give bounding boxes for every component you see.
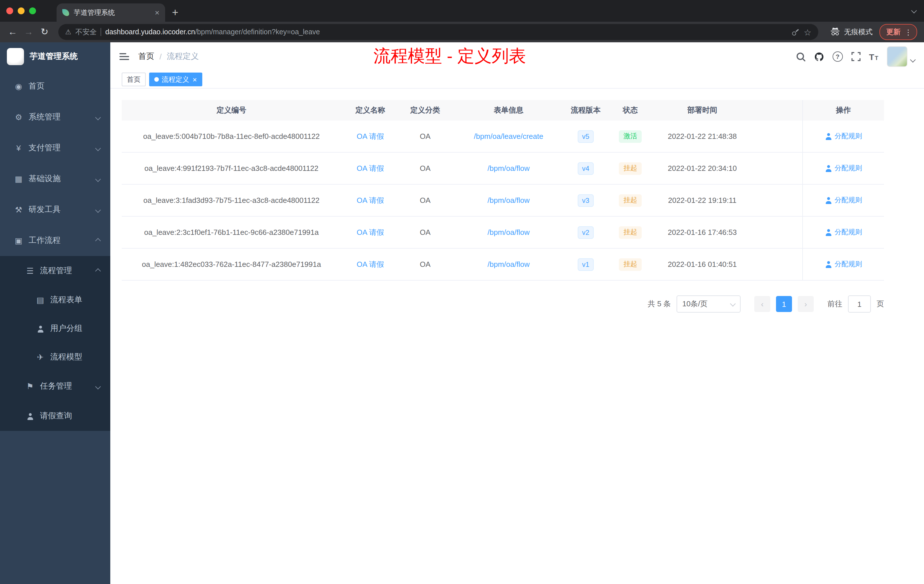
- table-row: oa_leave:5:004b710b-7b8a-11ec-8ef0-acde4…: [122, 120, 884, 153]
- assign-rule-label: 分配规则: [835, 228, 862, 237]
- close-window-button[interactable]: [6, 7, 13, 14]
- tab-title: 芋道管理系统: [74, 8, 150, 17]
- forward-button[interactable]: →: [22, 27, 35, 36]
- font-size-icon[interactable]: TT: [869, 52, 878, 61]
- back-button[interactable]: ←: [6, 27, 20, 36]
- user-avatar[interactable]: [887, 46, 915, 67]
- minimize-window-button[interactable]: [18, 7, 25, 14]
- incognito-badge: 无痕模式: [830, 27, 873, 37]
- chevron-down-icon: [730, 300, 736, 306]
- cell-spacer: [749, 153, 802, 184]
- sidebar-toggle-icon[interactable]: [119, 53, 129, 60]
- sidebar-item-label: 研发工具: [28, 205, 61, 215]
- help-icon[interactable]: ?: [832, 51, 843, 62]
- cell-deploy-time: 2022-01-16 01:40:51: [655, 249, 749, 280]
- person-icon: [825, 165, 832, 172]
- cell-deploy-time: 2022-01-22 19:19:11: [655, 185, 749, 216]
- top-navbar: 首页 / 流程定义 流程模型 - 定义列表 ? TT: [110, 42, 924, 71]
- site-favicon-icon: [62, 9, 69, 16]
- version-badge: v5: [578, 130, 594, 143]
- assign-rule-link[interactable]: 分配规则: [825, 228, 862, 237]
- table-row: oa_leave:4:991f2193-7b7f-11ec-a3c8-acde4…: [122, 153, 884, 185]
- sidebar-item-process-form[interactable]: ▤ 流程表单: [0, 286, 110, 314]
- table-row: oa_leave:3:1fad3d93-7b75-11ec-a3c8-acde4…: [122, 185, 884, 216]
- assign-rule-link[interactable]: 分配规则: [825, 132, 862, 141]
- page-size-select[interactable]: 10条/页: [676, 295, 741, 313]
- sidebar-item-label: 流程表单: [50, 295, 82, 305]
- cell-form-link[interactable]: /bpm/oa/flow: [451, 185, 566, 216]
- goto-page-input[interactable]: [848, 295, 871, 313]
- breadcrumb-separator: /: [159, 52, 162, 61]
- breadcrumb-home[interactable]: 首页: [138, 51, 154, 62]
- sidebar-item-label: 请假查询: [40, 411, 72, 421]
- cell-definition-id: oa_leave:5:004b710b-7b8a-11ec-8ef0-acde4…: [122, 120, 341, 152]
- sidebar-item-dev-tools[interactable]: ⚒ 研发工具: [0, 194, 110, 225]
- app-logo[interactable]: 芋道管理系统: [0, 42, 110, 71]
- tag-close-icon[interactable]: ×: [193, 76, 197, 83]
- cell-form-link[interactable]: /bpm/oa/flow: [451, 216, 566, 248]
- cell-deploy-time: 2022-01-22 21:48:38: [655, 120, 749, 152]
- browser-tab[interactable]: 芋道管理系统 ×: [56, 3, 165, 22]
- address-bar[interactable]: ⚠ 不安全 dashboard.yudao.iocoder.cn/bpm/man…: [58, 24, 818, 40]
- security-label[interactable]: 不安全: [76, 27, 97, 37]
- tab-close-icon[interactable]: ×: [155, 8, 159, 16]
- zoom-window-button[interactable]: [29, 7, 36, 14]
- tag-home[interactable]: 首页: [122, 73, 146, 86]
- cell-definition-name[interactable]: OA 请假: [341, 153, 399, 184]
- chevron-up-icon: [95, 268, 101, 274]
- cell-definition-name[interactable]: OA 请假: [341, 185, 399, 216]
- sidebar-item-workflow[interactable]: ▣ 工作流程: [0, 225, 110, 256]
- search-icon[interactable]: [796, 52, 805, 61]
- sidebar-item-process-model[interactable]: ✈ 流程模型: [0, 343, 110, 371]
- sidebar-item-home[interactable]: ◉ 首页: [0, 71, 110, 102]
- next-page-button[interactable]: ›: [798, 296, 814, 312]
- cell-definition-name[interactable]: OA 请假: [341, 249, 399, 280]
- bookmark-star-icon[interactable]: ☆: [804, 28, 812, 36]
- chevron-down-icon: [95, 207, 101, 213]
- column-header-definition-id: 定义编号: [122, 100, 341, 120]
- assign-rule-link[interactable]: 分配规则: [825, 195, 862, 205]
- fullscreen-icon[interactable]: [851, 52, 860, 61]
- incognito-icon: [830, 27, 841, 36]
- prev-page-button[interactable]: ‹: [754, 296, 770, 312]
- update-button[interactable]: 更新 ⋮: [879, 24, 917, 40]
- version-badge: v3: [578, 194, 594, 206]
- tag-label: 首页: [127, 74, 140, 84]
- sidebar: 芋道管理系统 ◉ 首页 ⚙ 系统管理 ¥ 支付管理 ▦: [0, 42, 110, 584]
- github-icon[interactable]: [814, 52, 824, 61]
- cell-definition-name[interactable]: OA 请假: [341, 120, 399, 152]
- sidebar-item-leave-query[interactable]: 请假查询: [0, 401, 110, 431]
- page-1-button[interactable]: 1: [776, 296, 792, 312]
- chevron-up-icon: [95, 238, 101, 243]
- cell-form-link[interactable]: /bpm/oa/leave/create: [451, 120, 566, 152]
- status-badge: 激活: [619, 130, 642, 143]
- page-content: 定义编号 定义名称 定义分类 表单信息 流程版本 状态 部署时间 操作 oa_l…: [110, 89, 924, 584]
- cell-definition-name[interactable]: OA 请假: [341, 216, 399, 248]
- chevron-down-icon[interactable]: [912, 5, 916, 15]
- version-badge: v4: [578, 162, 594, 175]
- sidebar-item-process-management[interactable]: ☰ 流程管理: [0, 256, 110, 286]
- column-header-status: 状态: [605, 100, 655, 120]
- cell-category: OA: [399, 249, 451, 280]
- person-icon: [25, 412, 35, 420]
- new-tab-button[interactable]: +: [172, 7, 178, 18]
- sidebar-item-user-group[interactable]: 用户分组: [0, 314, 110, 343]
- cell-spacer: [749, 185, 802, 216]
- reload-button[interactable]: ↻: [38, 27, 51, 36]
- browser-menu-icon[interactable]: ⋮: [904, 28, 912, 36]
- sidebar-item-payment-management[interactable]: ¥ 支付管理: [0, 133, 110, 163]
- yen-icon: ¥: [14, 144, 23, 152]
- assign-rule-link[interactable]: 分配规则: [825, 259, 862, 269]
- active-dot-icon: [154, 77, 159, 82]
- logo-title: 芋道管理系统: [30, 51, 78, 62]
- sidebar-item-system-management[interactable]: ⚙ 系统管理: [0, 102, 110, 133]
- status-badge: 挂起: [619, 226, 642, 239]
- sidebar-item-task-management[interactable]: ⚑ 任务管理: [0, 371, 110, 401]
- tag-process-definition[interactable]: 流程定义 ×: [149, 73, 202, 86]
- chevron-down-icon: [95, 383, 101, 389]
- cell-form-link[interactable]: /bpm/oa/flow: [451, 249, 566, 280]
- sidebar-item-infrastructure[interactable]: ▦ 基础设施: [0, 163, 110, 194]
- assign-rule-link[interactable]: 分配规则: [825, 163, 862, 173]
- password-key-icon[interactable]: [789, 25, 802, 38]
- cell-form-link[interactable]: /bpm/oa/flow: [451, 153, 566, 184]
